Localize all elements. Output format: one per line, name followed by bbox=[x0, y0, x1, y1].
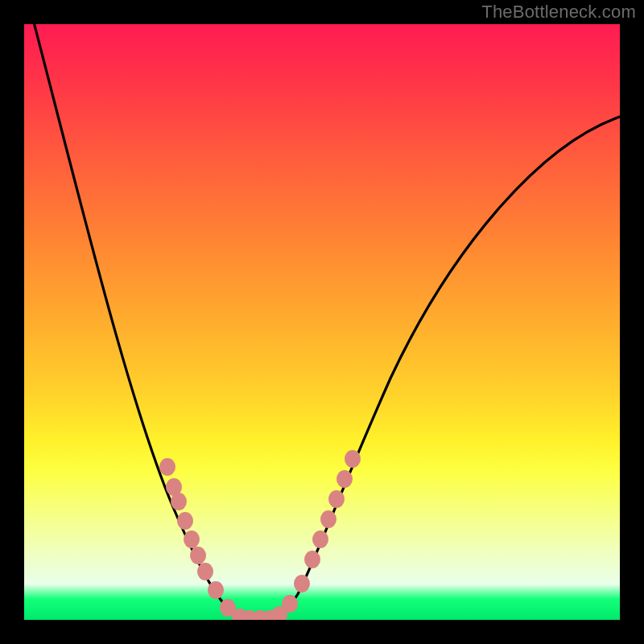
curve-markers bbox=[159, 450, 361, 620]
plot-area bbox=[24, 24, 620, 620]
data-point bbox=[208, 581, 224, 599]
data-point bbox=[197, 563, 213, 580]
data-point bbox=[159, 458, 175, 476]
bottleneck-curve bbox=[32, 24, 620, 620]
data-point bbox=[336, 470, 353, 488]
data-point bbox=[184, 530, 200, 548]
chart-frame: TheBottleneck.com bbox=[0, 0, 644, 644]
data-point bbox=[345, 450, 361, 468]
curve-svg bbox=[24, 24, 620, 620]
data-point bbox=[190, 547, 206, 564]
data-point bbox=[294, 575, 310, 592]
data-point bbox=[177, 512, 193, 530]
data-point bbox=[312, 530, 328, 548]
watermark-text: TheBottleneck.com bbox=[481, 2, 636, 23]
data-point bbox=[304, 551, 320, 568]
data-point bbox=[171, 493, 187, 510]
data-point bbox=[320, 510, 336, 528]
data-point bbox=[282, 595, 298, 613]
data-point bbox=[328, 490, 345, 508]
